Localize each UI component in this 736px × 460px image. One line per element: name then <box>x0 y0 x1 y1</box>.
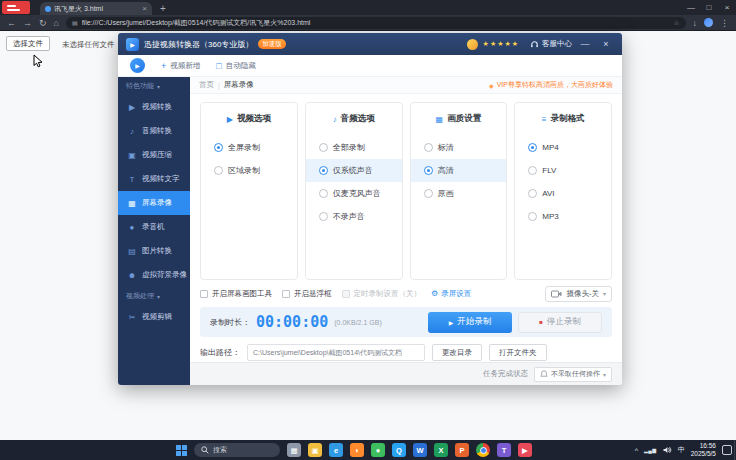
taskbar-app-icon-5[interactable]: ● <box>371 443 385 457</box>
app-logo-icon: ▶ <box>126 38 139 51</box>
checkbox-icon <box>282 290 290 298</box>
tab-close-icon[interactable]: × <box>142 4 147 13</box>
browser-profile-avatar[interactable] <box>704 18 713 27</box>
vip-banner[interactable]: ◆ VIP尊享特权高清画质，大画质好体验 <box>489 80 613 90</box>
taskbar-app-icon-9[interactable]: P <box>455 443 469 457</box>
download-icon[interactable]: ↓ <box>693 15 698 31</box>
bookmark-star-icon[interactable]: ☆ <box>673 19 679 27</box>
stop-icon: ■ <box>539 319 543 325</box>
checkbox-float-window[interactable]: 开启悬浮框 <box>282 289 332 299</box>
forward-icon[interactable]: → <box>23 15 32 31</box>
record-settings-link[interactable]: ⚙ 录屏设置 <box>431 289 471 299</box>
network-signal-icon[interactable]: ▂▄▆ <box>644 447 657 453</box>
play-icon: ▶ <box>449 319 454 326</box>
vip-stars[interactable]: ★★★★★ <box>483 40 519 48</box>
breadcrumb-home[interactable]: 首页 <box>199 80 214 90</box>
stop-record-button[interactable]: ■ 停止录制 <box>518 312 602 333</box>
sidebar-section-video-process[interactable]: 视频处理 ▾ <box>118 287 190 305</box>
task-status-bar: 任务完成状态 不采取任何操作 ▾ <box>190 362 622 385</box>
app-minimize-button[interactable]: — <box>577 33 593 55</box>
taskbar-app-icon-12[interactable]: ▶ <box>518 443 532 457</box>
change-directory-button[interactable]: 更改目录 <box>432 344 482 361</box>
taskbar-app-icon-8[interactable]: X <box>434 443 448 457</box>
taskbar-search[interactable]: 搜索 <box>194 443 280 457</box>
diamond-icon: ◆ <box>489 82 494 89</box>
browser-menu-icon[interactable]: ⋮ <box>720 15 729 31</box>
browser-tab[interactable]: 讯飞星火 3.html × <box>40 2 152 15</box>
record-status-bar: 录制时长： 00:00:00 (0.0KB/2.1 GB) ▶ 开始录制 ■ 停… <box>200 307 612 337</box>
home-icon[interactable]: ⌂ <box>54 15 59 31</box>
sidebar-item-audio-convert[interactable]: ♪ 音频转换 <box>118 119 190 143</box>
app-close-button[interactable]: × <box>598 33 614 55</box>
taskbar-app-icon-4[interactable]: ◗ <box>350 443 364 457</box>
taskbar-app-icon-10[interactable] <box>476 443 490 457</box>
sidebar-item-video-compress[interactable]: ▣ 视频压缩 <box>118 143 190 167</box>
url-input[interactable]: ▤ file:///C:/Users/jumei/Desktop/截图0514/… <box>66 17 686 29</box>
notification-center-icon[interactable] <box>722 445 732 455</box>
sidebar-item-screen-record[interactable]: ▦ 屏幕录像 <box>118 191 190 215</box>
sidebar-item-video-to-text[interactable]: T 视频转文字 <box>118 167 190 191</box>
radio-icon <box>424 166 433 175</box>
radio-format-mp3[interactable]: MP3 <box>515 205 611 228</box>
radio-format-flv[interactable]: FLV <box>515 159 611 182</box>
checkbox-icon <box>342 290 350 298</box>
window-icon: □ <box>216 61 221 71</box>
toolbar-item-add-video[interactable]: + 视频新增 <box>161 61 200 71</box>
radio-no-sound[interactable]: 不录声音 <box>306 205 402 228</box>
radio-format-avi[interactable]: AVI <box>515 182 611 205</box>
user-avatar[interactable] <box>467 39 478 50</box>
start-record-button[interactable]: ▶ 开始录制 <box>428 312 512 333</box>
recorder-float-badge[interactable] <box>2 1 30 14</box>
volume-icon[interactable] <box>663 446 672 454</box>
app-toolbar: ▶ + 视频新增 □ 自动隐藏 <box>118 55 622 77</box>
radio-icon <box>528 166 537 175</box>
sidebar-item-virtual-bg-record[interactable]: ☻ 虚拟背景录像 <box>118 263 190 287</box>
sidebar-item-voice-recorder[interactable]: ● 录音机 <box>118 215 190 239</box>
radio-region-record[interactable]: 区域录制 <box>201 159 297 182</box>
sidebar-item-video-clip[interactable]: ✂ 视频剪辑 <box>118 305 190 329</box>
taskbar-app-icon-3[interactable]: e <box>329 443 343 457</box>
radio-record-all-sound[interactable]: 全部录制 <box>306 136 402 159</box>
chevron-down-icon: ▾ <box>603 290 606 297</box>
video-compress-icon: ▣ <box>127 151 137 160</box>
taskbar-app-icon-11[interactable]: T <box>497 443 511 457</box>
back-icon[interactable]: ← <box>7 15 16 31</box>
taskbar-app-icon-2[interactable]: ▣ <box>308 443 322 457</box>
taskbar-clock[interactable]: 16:56 2025/5/5 <box>691 442 716 458</box>
output-path-input[interactable]: C:\Users\jumei\Desktop\截图0514\代码测试文档 <box>247 344 425 361</box>
taskbar-app-icon-6[interactable]: Q <box>392 443 406 457</box>
radio-format-mp4[interactable]: MP4 <box>515 136 611 159</box>
breadcrumb-current: 屏幕录像 <box>224 80 254 90</box>
sidebar-item-video-convert[interactable]: ▶ 视频转换 <box>118 95 190 119</box>
browser-page: 选择文件 未选择任何文件 ▶ 迅捷视频转换器（360专业版） 加速版 ★★★★★… <box>0 31 736 440</box>
task-finish-action-dropdown[interactable]: 不采取任何操作 ▾ <box>534 367 612 382</box>
toolbar-item-auto-hide[interactable]: □ 自动隐藏 <box>216 61 255 71</box>
radio-original-quality[interactable]: 原画 <box>411 182 507 205</box>
ime-indicator[interactable]: 中 <box>678 445 685 455</box>
radio-system-sound[interactable]: 仅系统声音 <box>306 159 402 182</box>
radio-fullscreen-record[interactable]: 全屏录制 <box>201 136 297 159</box>
customer-service-button[interactable]: 客服中心 <box>530 39 572 49</box>
camera-dropdown[interactable]: 摄像头-关 ▾ <box>545 286 612 302</box>
chevron-down-icon: ▾ <box>157 293 160 300</box>
choose-file-button[interactable]: 选择文件 <box>6 36 50 51</box>
refresh-icon[interactable]: ↻ <box>39 15 47 31</box>
radio-mic-sound[interactable]: 仅麦克风声音 <box>306 182 402 205</box>
chevron-down-icon: ▾ <box>157 83 160 90</box>
sidebar-item-image-convert[interactable]: ▤ 图片转换 <box>118 239 190 263</box>
tray-chevron-up-icon[interactable]: ^ <box>635 447 638 454</box>
open-folder-button[interactable]: 打开文件夹 <box>489 344 547 361</box>
convert-center-icon[interactable]: ▶ <box>130 58 145 73</box>
browser-close-button[interactable]: × <box>718 0 736 15</box>
taskbar-app-icon-1[interactable]: ▦ <box>287 443 301 457</box>
radio-standard-quality[interactable]: 标清 <box>411 136 507 159</box>
start-button[interactable] <box>176 445 187 456</box>
browser-minimize-button[interactable]: — <box>682 0 700 15</box>
new-tab-button[interactable]: + <box>160 2 166 15</box>
browser-maximize-button[interactable]: □ <box>700 0 718 15</box>
checkbox-screen-draw-tool[interactable]: 开启屏幕画图工具 <box>200 289 272 299</box>
taskbar-app-icon-7[interactable]: W <box>413 443 427 457</box>
radio-high-quality[interactable]: 高清 <box>411 159 507 182</box>
sidebar-section-features[interactable]: 特色功能 ▾ <box>118 77 190 95</box>
app-titlebar: ▶ 迅捷视频转换器（360专业版） 加速版 ★★★★★ 客服中心 — × <box>118 33 622 55</box>
